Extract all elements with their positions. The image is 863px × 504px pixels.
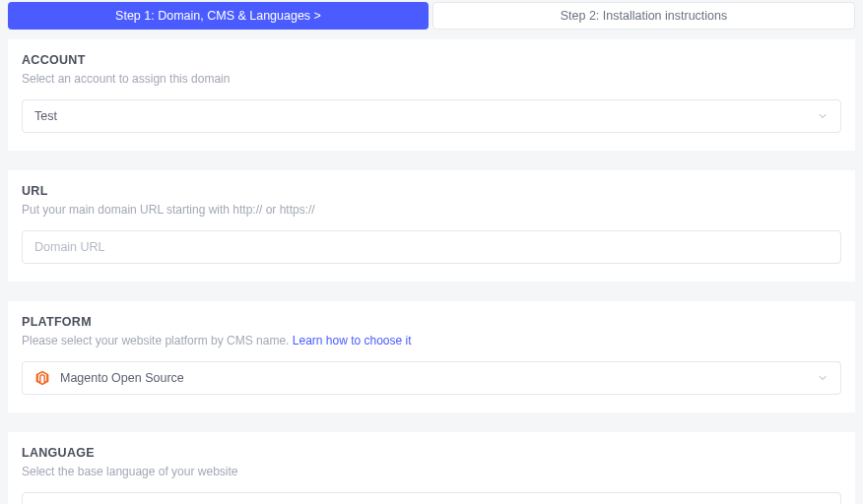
section-account: ACCOUNT Select an account to assign this…	[8, 39, 855, 151]
platform-select-value: Magento Open Source	[60, 371, 184, 385]
language-select[interactable]: Select language...	[22, 492, 841, 504]
platform-select[interactable]: Magento Open Source	[22, 361, 841, 395]
account-select[interactable]: Test	[22, 99, 841, 133]
url-title: URL	[22, 184, 841, 198]
platform-subtitle: Please select your website platform by C…	[22, 334, 841, 347]
magento-icon	[34, 370, 50, 386]
platform-subtitle-text: Please select your website platform by C…	[22, 334, 293, 347]
account-select-value: Test	[34, 109, 57, 123]
tab-step-2[interactable]: Step 2: Installation instructions	[432, 2, 855, 30]
language-title: LANGUAGE	[22, 446, 841, 460]
url-subtitle: Put your main domain URL starting with h…	[22, 203, 841, 217]
language-subtitle: Select the base language of your website	[22, 465, 841, 478]
section-platform: PLATFORM Please select your website plat…	[8, 301, 855, 412]
chevron-down-icon	[817, 372, 829, 384]
chevron-down-icon	[817, 110, 829, 122]
domain-url-input[interactable]	[34, 240, 829, 254]
platform-title: PLATFORM	[22, 315, 841, 329]
url-input-wrapper	[22, 230, 841, 264]
section-url: URL Put your main domain URL starting wi…	[8, 170, 855, 282]
tab-step-1[interactable]: Step 1: Domain, CMS & Languages >	[8, 2, 429, 30]
learn-how-link[interactable]: Learn how to choose it	[293, 334, 412, 347]
wizard-tabs: Step 1: Domain, CMS & Languages > Step 2…	[0, 2, 863, 30]
account-title: ACCOUNT	[22, 53, 841, 67]
section-language: LANGUAGE Select the base language of you…	[8, 432, 855, 504]
account-subtitle: Select an account to assign this domain	[22, 72, 841, 86]
